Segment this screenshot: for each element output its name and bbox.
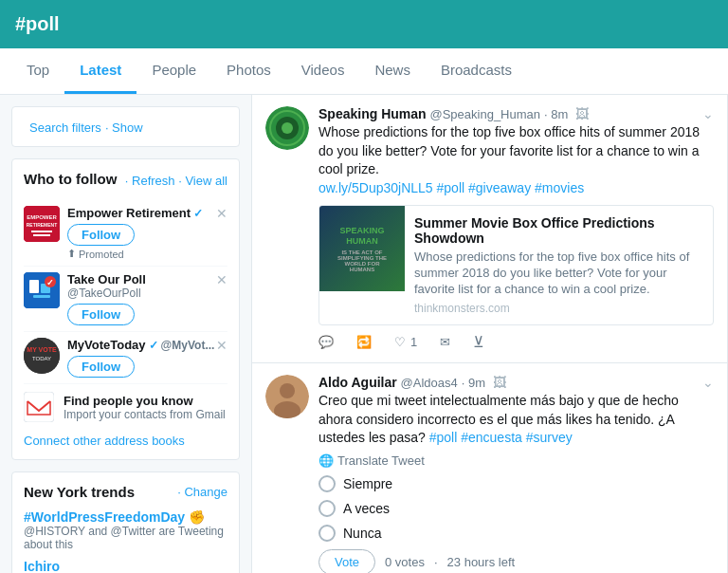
speaking-human-time: 8m xyxy=(551,107,568,121)
aldo-name[interactable]: Aldo Aguilar xyxy=(318,375,397,390)
poll-option-siempre: Siempre xyxy=(318,475,714,492)
gmail-icon xyxy=(24,392,54,422)
tab-news[interactable]: News xyxy=(359,48,426,94)
empower-follow-button[interactable]: Follow xyxy=(67,224,135,246)
myvote-avatar: MY VOTE TODAY xyxy=(24,338,60,374)
empower-avatar: EMPOWER RETIREMENT xyxy=(24,206,60,242)
svg-text:✓: ✓ xyxy=(46,278,54,287)
svg-rect-3 xyxy=(31,231,52,232)
tweet1-pocket-button[interactable]: ⊻ xyxy=(473,333,484,351)
takepoll-info: Take Our Poll @TakeOurPoll Follow xyxy=(67,272,228,325)
svg-text:TODAY: TODAY xyxy=(32,356,51,361)
svg-text:MY VOTE: MY VOTE xyxy=(27,346,57,353)
empower-close-button[interactable]: ✕ xyxy=(216,206,228,221)
poll-option-nunca: Nunca xyxy=(318,525,714,542)
speaking-human-card-domain: thinkmonsters.com xyxy=(414,302,703,315)
follow-item-myvote: MY VOTE TODAY MyVoteToday ✓ @MyVot... Fo… xyxy=(24,332,228,384)
who-follow-title: Who to follow xyxy=(24,171,117,187)
view-all-link[interactable]: · View all xyxy=(178,174,228,188)
vote-count: 0 votes xyxy=(385,555,425,569)
page-title: #poll xyxy=(15,13,60,34)
myvote-name: MyVoteToday ✓ @MyVot... xyxy=(67,338,228,352)
trends-title: New York trends xyxy=(24,484,135,500)
trend-hashtag-ichiro[interactable]: Ichiro xyxy=(24,559,228,573)
speaking-human-name[interactable]: Speaking Human xyxy=(318,106,427,121)
trend-hashtag-worldpress[interactable]: #WorldPressFreedomDay ✊ xyxy=(24,509,228,525)
poll-label-nunca: Nunca xyxy=(343,526,381,541)
tweet-feed: Speaking Human @Speaking_Human · 8m 🖼 ⌄ … xyxy=(251,95,728,573)
poll-radio-aveces[interactable] xyxy=(318,500,336,517)
tweet1-like-button[interactable]: ♡ 1 xyxy=(394,335,417,349)
speaking-human-card-body: Summer Movie Box Office Predictions Show… xyxy=(405,206,713,324)
speaking-human-card-desc: Whose predictions for the top five box o… xyxy=(414,250,703,298)
tab-videos[interactable]: Videos xyxy=(286,48,360,94)
tweet1-reply-button[interactable]: 💬 xyxy=(318,335,334,349)
aldo-time: 9m xyxy=(468,376,485,390)
speaking-human-card[interactable]: SPEAKINGHUMAN IS THE ACT OFSIMPLIFYING T… xyxy=(318,205,714,325)
aldo-media-icon: 🖼 xyxy=(493,375,506,390)
trend-item-worldpress: #WorldPressFreedomDay ✊ @HISTORY and @Tw… xyxy=(24,509,228,551)
trend-desc-worldpress: @HISTORY and @Twitter are Tweeting about… xyxy=(24,525,228,551)
retweet-icon: 🔁 xyxy=(356,335,372,349)
poll-container: Siempre A veces Nunca Vote 0 votes · xyxy=(318,475,714,573)
who-follow-header: Who to follow · Refresh · View all xyxy=(24,171,228,191)
trends-panel: New York trends · Change #WorldPressFree… xyxy=(11,471,240,573)
takepoll-avatar: ✓ xyxy=(24,272,60,308)
aldo-hashtags[interactable]: #poll #encuesta #survey xyxy=(429,430,573,445)
myvote-close-button[interactable]: ✕ xyxy=(216,338,228,353)
who-follow-links: · Refresh · View all xyxy=(125,174,228,188)
poll-label-aveces: A veces xyxy=(343,501,390,516)
svg-point-22 xyxy=(280,383,295,398)
myvote-follow-button[interactable]: Follow xyxy=(67,356,135,378)
speaking-human-content: Speaking Human @Speaking_Human · 8m 🖼 ⌄ … xyxy=(318,106,714,351)
follow-item-takepoll: ✓ Take Our Poll @TakeOurPoll Follow ✕ xyxy=(24,267,228,332)
tweet1-mail-button[interactable]: ✉ xyxy=(440,335,450,349)
tweet1-chevron-icon[interactable]: ⌄ xyxy=(702,106,714,121)
translate-tweet-button[interactable]: 🌐 Translate Tweet xyxy=(318,453,714,468)
who-to-follow-panel: Who to follow · Refresh · View all EMPOW… xyxy=(11,158,240,460)
trends-change-link[interactable]: · Change xyxy=(177,485,228,499)
tab-top[interactable]: Top xyxy=(11,48,64,94)
myvote-verified-icon: ✓ xyxy=(149,339,158,352)
like-icon: ♡ xyxy=(394,335,406,349)
tweet1-actions: 💬 🔁 ♡ 1 ✉ ⊻ xyxy=(318,333,714,351)
tab-broadcasts[interactable]: Broadcasts xyxy=(426,48,527,94)
show-link[interactable]: · Show xyxy=(105,120,143,135)
speaking-human-card-image: SPEAKINGHUMAN IS THE ACT OFSIMPLIFYING T… xyxy=(319,206,405,291)
poll-radio-nunca[interactable] xyxy=(318,525,336,542)
tweet2-chevron-icon[interactable]: ⌄ xyxy=(702,375,714,390)
tab-photos[interactable]: Photos xyxy=(211,48,286,94)
tweet1-retweet-button[interactable]: 🔁 xyxy=(356,335,372,349)
vote-time-left: 23 hours left xyxy=(447,555,516,569)
trend-item-ichiro: Ichiro xyxy=(24,559,228,573)
pocket-icon: ⊻ xyxy=(473,333,484,351)
svg-rect-4 xyxy=(33,234,50,236)
takepoll-follow-button[interactable]: Follow xyxy=(67,304,135,325)
speaking-human-card-title: Summer Movie Box Office Predictions Show… xyxy=(414,215,703,246)
verified-icon: ✓ xyxy=(193,207,203,220)
poll-radio-siempre[interactable] xyxy=(318,475,336,492)
tab-latest[interactable]: Latest xyxy=(64,48,136,94)
search-filters-panel: Search filters· Show xyxy=(11,106,240,147)
aldo-avatar xyxy=(265,375,309,418)
speaking-human-text: Whose predictions for the top five box o… xyxy=(318,123,714,197)
aldo-content: Aldo Aguilar @Aldoas4 · 9m 🖼 ⌄ Creo que … xyxy=(318,375,714,573)
speaking-human-avatar xyxy=(265,106,309,150)
refresh-link[interactable]: · Refresh xyxy=(125,174,175,188)
speaking-human-handle: @Speaking_Human xyxy=(429,107,540,121)
main-layout: Search filters· Show Who to follow · Ref… xyxy=(0,95,728,573)
svg-point-20 xyxy=(282,122,293,134)
poll-label-siempre: Siempre xyxy=(343,476,392,491)
connect-address-books-link[interactable]: Connect other address books xyxy=(24,434,228,448)
nav-tabs: Top Latest People Photos Videos News Bro… xyxy=(0,48,728,95)
aldo-header: Aldo Aguilar @Aldoas4 · 9m 🖼 ⌄ xyxy=(318,375,714,390)
takepoll-handle: @TakeOurPoll xyxy=(67,286,228,300)
empower-info: Empower Retirement ✓ Follow ⬆ Promoted xyxy=(67,206,228,260)
takepoll-close-button[interactable]: ✕ xyxy=(216,272,228,287)
gmail-title: Find people you know xyxy=(64,394,226,408)
tab-people[interactable]: People xyxy=(136,48,211,94)
speaking-human-header: Speaking Human @Speaking_Human · 8m 🖼 ⌄ xyxy=(318,106,714,121)
speaking-human-link[interactable]: ow.ly/5Dup30jNLL5 xyxy=(318,180,433,195)
trends-header: New York trends · Change xyxy=(24,484,228,500)
vote-button[interactable]: Vote xyxy=(318,549,375,573)
